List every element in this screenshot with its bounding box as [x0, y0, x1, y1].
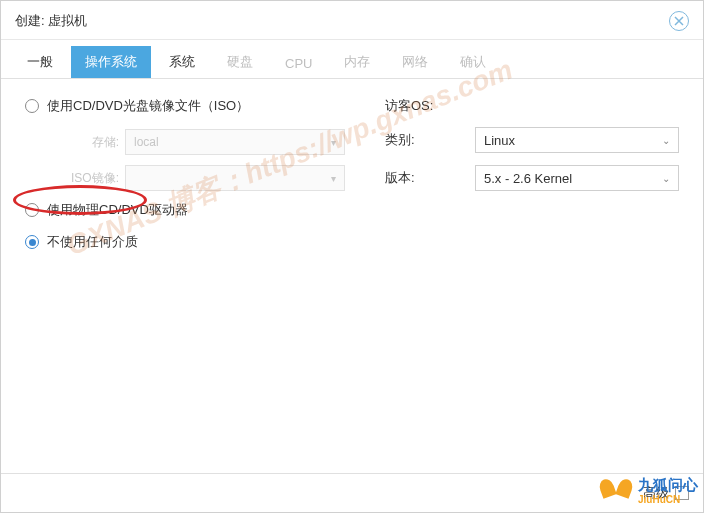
guest-type-value: Linux [484, 133, 515, 148]
guest-version-value: 5.x - 2.6 Kernel [484, 171, 572, 186]
wizard-tabs: 一般 操作系统 系统 硬盘 CPU 内存 网络 确认 [1, 40, 703, 79]
chevron-down-icon: ▾ [331, 137, 336, 148]
iso-image-field: ISO镜像: ▾ [65, 165, 345, 191]
tab-cpu: CPU [271, 49, 326, 78]
dialog-title: 创建: 虚拟机 [15, 12, 87, 30]
radio-use-iso-label: 使用CD/DVD光盘镜像文件（ISO） [47, 97, 249, 115]
guest-version-label: 版本: [385, 169, 475, 187]
iso-image-select: ▾ [125, 165, 345, 191]
guest-os-column: 访客OS: 类别: Linux ⌄ 版本: 5.x - 2.6 Kernel ⌄ [385, 97, 679, 455]
radio-none-label: 不使用任何介质 [47, 233, 138, 251]
iso-image-label: ISO镜像: [65, 170, 119, 187]
radio-physical-row: 使用物理CD/DVD驱动器 [25, 201, 345, 219]
guest-type-select[interactable]: Linux ⌄ [475, 127, 679, 153]
radio-use-iso-row: 使用CD/DVD光盘镜像文件（ISO） [25, 97, 345, 115]
radio-use-iso[interactable] [25, 99, 39, 113]
dialog-footer: 高级 [1, 473, 703, 512]
tab-confirm: 确认 [446, 46, 500, 78]
chevron-down-icon: ⌄ [662, 173, 670, 184]
radio-physical[interactable] [25, 203, 39, 217]
storage-label: 存储: [65, 134, 119, 151]
tab-network: 网络 [388, 46, 442, 78]
chevron-down-icon: ⌄ [662, 135, 670, 146]
storage-value: local [134, 135, 159, 149]
advanced-checkbox[interactable] [675, 486, 689, 500]
storage-field: 存储: local ▾ [65, 129, 345, 155]
tab-disk: 硬盘 [213, 46, 267, 78]
dialog-header: 创建: 虚拟机 [1, 1, 703, 40]
chevron-down-icon: ▾ [331, 173, 336, 184]
advanced-label: 高级 [643, 484, 669, 502]
radio-physical-label: 使用物理CD/DVD驱动器 [47, 201, 188, 219]
close-icon [674, 16, 684, 26]
dialog-content: GXNAS 博客：https://wp.gxnas.com 使用CD/DVD光盘… [1, 79, 703, 473]
guest-os-label: 访客OS: [385, 97, 475, 115]
tab-memory: 内存 [330, 46, 384, 78]
close-button[interactable] [669, 11, 689, 31]
radio-none-row: 不使用任何介质 [25, 233, 345, 251]
tab-general[interactable]: 一般 [13, 46, 67, 78]
radio-none[interactable] [25, 235, 39, 249]
guest-version-select[interactable]: 5.x - 2.6 Kernel ⌄ [475, 165, 679, 191]
tab-os[interactable]: 操作系统 [71, 46, 151, 78]
create-vm-dialog: 创建: 虚拟机 一般 操作系统 系统 硬盘 CPU 内存 网络 确认 GXNAS… [0, 0, 704, 513]
storage-select: local ▾ [125, 129, 345, 155]
guest-type-label: 类别: [385, 131, 475, 149]
media-column: 使用CD/DVD光盘镜像文件（ISO） 存储: local ▾ ISO镜像: ▾… [25, 97, 345, 455]
tab-system[interactable]: 系统 [155, 46, 209, 78]
